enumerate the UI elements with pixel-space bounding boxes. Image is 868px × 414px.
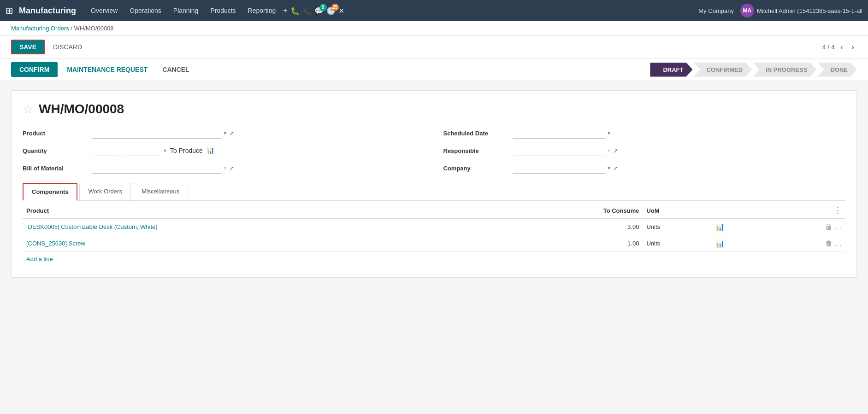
form-section-right: Scheduled Date ▾ Responsible ▾ ↗ (443, 128, 846, 174)
record-header: ☆ WH/MO/00008 (23, 102, 845, 117)
product-dropdown-arrow[interactable]: ▾ (224, 130, 226, 136)
row1-to-consume: 3.00 (501, 219, 643, 235)
col-actions-header: ⋮ (766, 201, 845, 219)
breadcrumb-current: WH/MO/00008 (74, 25, 114, 32)
row1-delete-icon[interactable]: 🗑 … (766, 219, 845, 235)
tab-components[interactable]: Components (23, 183, 77, 201)
col-uom-header: UoM (643, 201, 712, 219)
field-company-row: Company ▾ ↗ (443, 163, 846, 174)
maintenance-request-button[interactable]: MAINTENANCE REQUEST (61, 62, 153, 77)
breadcrumb: Manufacturing Orders / WH/MO/00008 (0, 21, 868, 36)
wrench-icon[interactable]: ✕ (338, 6, 344, 15)
form-fields-row: Product ▾ ↗ Quantity ▾ To Produce (23, 128, 845, 174)
company-external-link[interactable]: ↗ (613, 165, 618, 172)
bug-icon[interactable]: 🐛 (290, 6, 300, 15)
status-draft[interactable]: DRAFT (650, 63, 692, 77)
company-name: My Company (698, 7, 734, 14)
status-bar: CONFIRM MAINTENANCE REQUEST CANCEL DRAFT… (0, 58, 868, 81)
quantity-label: Quantity (23, 147, 87, 154)
clock-icon[interactable]: 🕐25 (326, 6, 336, 15)
nav-reporting[interactable]: Reporting (243, 5, 281, 16)
scheduled-date-dropdown-arrow[interactable]: ▾ (608, 130, 610, 136)
tab-miscellaneous[interactable]: Miscellaneous (133, 183, 188, 200)
row2-delete-icon[interactable]: 🗑 … (766, 235, 845, 252)
status-done[interactable]: DONE (817, 63, 857, 77)
field-product-row: Product ▾ ↗ (23, 128, 425, 139)
plus-icon[interactable]: + (283, 6, 287, 15)
row1-uom: Units (643, 219, 712, 235)
form-card: ☆ WH/MO/00008 Product ▾ ↗ Quantity (11, 90, 857, 278)
row2-spacer (477, 235, 501, 252)
status-pipeline: DRAFT CONFIRMED IN PROGRESS DONE (650, 63, 857, 77)
product-external-link[interactable]: ↗ (229, 130, 234, 137)
avatar: MA (740, 4, 754, 17)
favorite-star-icon[interactable]: ☆ (23, 102, 33, 117)
main-content: ☆ WH/MO/00008 Product ▾ ↗ Quantity (0, 81, 868, 287)
status-confirmed[interactable]: CONFIRMED (693, 63, 752, 77)
company-dropdown-arrow[interactable]: ▾ (608, 165, 610, 171)
table-row: [DESK0005] Customizable Desk (Custom, Wh… (23, 219, 845, 235)
company-input[interactable] (513, 163, 605, 174)
row2-to-consume: 1.00 (501, 235, 643, 252)
tab-work-orders[interactable]: Work Orders (79, 183, 130, 200)
responsible-dropdown-arrow[interactable]: ▾ (608, 147, 610, 154)
components-table: Product To Consume UoM ⋮ [DESK0005] Cust… (23, 201, 845, 252)
row1-product[interactable]: [DESK0005] Customizable Desk (Custom, Wh… (23, 219, 477, 235)
product-input[interactable] (92, 128, 221, 139)
quantity-input[interactable] (92, 145, 119, 156)
save-button[interactable]: SAVE (11, 40, 45, 54)
company-value-container: ▾ ↗ (513, 163, 846, 174)
next-button[interactable]: › (849, 41, 857, 53)
quantity-value-container: ▾ To Produce 📊 (92, 145, 425, 156)
bom-dropdown-arrow[interactable]: ▾ (224, 165, 226, 171)
units-input[interactable] (123, 145, 160, 156)
field-quantity-row: Quantity ▾ To Produce 📊 (23, 145, 425, 156)
prev-button[interactable]: ‹ (838, 41, 846, 53)
chart-icon[interactable]: 📊 (207, 147, 214, 154)
app-grid-icon[interactable]: ⊞ (6, 5, 13, 16)
bom-value-container: ▾ ↗ (92, 163, 425, 174)
field-responsible-row: Responsible ▾ ↗ (443, 145, 846, 156)
responsible-input[interactable] (513, 145, 605, 156)
product-value-container: ▾ ↗ (92, 128, 425, 139)
col-to-consume-header: To Consume (501, 201, 643, 219)
scheduled-date-input[interactable] (513, 128, 605, 139)
top-navigation: ⊞ Manufacturing Overview Operations Plan… (0, 0, 868, 21)
discard-button[interactable]: DISCARD (48, 41, 87, 53)
row1-spacer (477, 219, 501, 235)
confirm-button[interactable]: CONFIRM (11, 62, 58, 77)
chat-icon[interactable]: 💬5 (314, 6, 324, 15)
pagination-label: 4 / 4 (822, 43, 835, 51)
scheduled-date-label: Scheduled Date (443, 130, 508, 137)
col-product-header: Product (23, 201, 477, 219)
row2-chart-icon[interactable]: 📊 (712, 235, 766, 252)
responsible-external-link[interactable]: ↗ (613, 147, 618, 154)
user-name-label: Mitchell Admin (15412385-saas-15-1-all (757, 7, 862, 14)
status-in-progress[interactable]: IN PROGRESS (753, 63, 816, 77)
table-more-icon[interactable]: ⋮ (833, 206, 842, 215)
record-title: WH/MO/00008 (39, 102, 124, 117)
clock-badge: 25 (331, 4, 339, 11)
units-dropdown-arrow[interactable]: ▾ (164, 147, 166, 154)
row2-product[interactable]: [CONS_25630] Screw (23, 235, 477, 252)
row2-uom: Units (643, 235, 712, 252)
app-name: Manufacturing (19, 6, 76, 16)
company-field-label: Company (443, 165, 508, 172)
to-produce-label: To Produce (170, 147, 203, 154)
add-line-button[interactable]: Add a line (23, 252, 57, 266)
field-scheduled-date-row: Scheduled Date ▾ (443, 128, 846, 139)
phone-icon[interactable]: 📞 (302, 6, 312, 15)
bom-external-link[interactable]: ↗ (229, 165, 234, 172)
field-bom-row: Bill of Material ▾ ↗ (23, 163, 425, 174)
row1-chart-icon[interactable]: 📊 (712, 219, 766, 235)
nav-operations[interactable]: Operations (125, 5, 165, 16)
cancel-action-button[interactable]: CANCEL (157, 62, 195, 77)
nav-planning[interactable]: Planning (169, 5, 203, 16)
bom-label: Bill of Material (23, 165, 87, 172)
bom-input[interactable] (92, 163, 221, 174)
breadcrumb-parent[interactable]: Manufacturing Orders (11, 25, 69, 32)
chat-badge: 5 (319, 4, 327, 11)
responsible-value-container: ▾ ↗ (513, 145, 846, 156)
nav-products[interactable]: Products (206, 5, 240, 16)
nav-overview[interactable]: Overview (86, 5, 122, 16)
